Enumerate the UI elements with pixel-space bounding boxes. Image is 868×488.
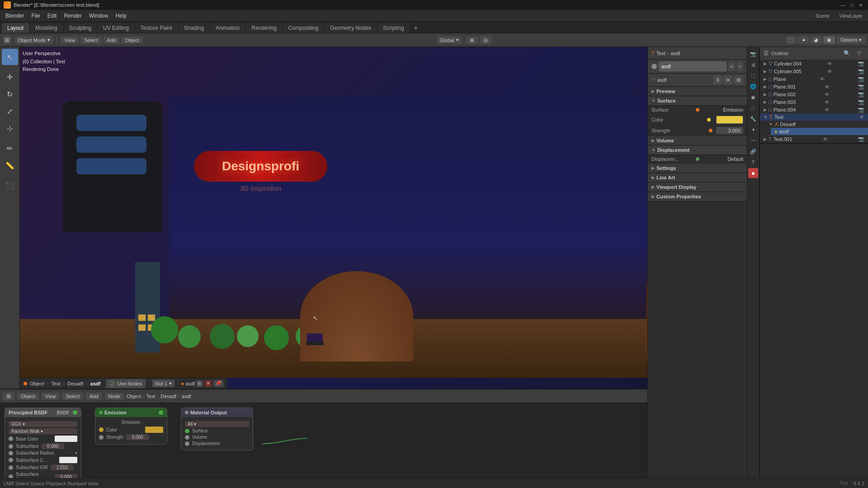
shading-render-btn[interactable]: ◉ [823,36,835,44]
tab-modeling[interactable]: Modeling [30,23,63,33]
menu-blender[interactable]: Blender [2,12,28,20]
select-tool-btn[interactable]: ↖ [2,49,18,65]
outliner-plane-002[interactable]: ▶ □ Plane.002 👁 📷 [760,90,868,98]
annotate-tool-btn[interactable]: ✏ [2,140,18,156]
displacement-section-header[interactable]: ▼ Displacement [648,145,747,155]
props-tab-physics[interactable]: 〰 [748,136,758,145]
props-tab-view[interactable]: ⬚ [748,70,758,80]
object-mode-dropdown[interactable]: Object Mode ▾ [15,36,53,44]
outliner-text-001[interactable]: ▶ T Text.001 👁 📷 [760,135,868,143]
delete-material-btn[interactable]: ✕ [204,380,212,387]
maximize-button[interactable]: □ [848,1,855,9]
surface-section-header[interactable]: ▼ Surface [648,96,747,106]
volume-section-header[interactable]: ▶ Volume [648,136,747,145]
settings-material-btn[interactable]: ⚙ [734,75,743,84]
props-tab-world[interactable]: ◉ [748,92,758,102]
visibility-icon[interactable]: 👁 [825,99,830,105]
view-menu-btn[interactable]: View [61,37,79,44]
ggx-dropdown[interactable]: GGX ▾ [9,421,77,427]
new-material-btn[interactable]: + [728,62,735,71]
transform-tool-btn[interactable]: ⊹ [2,120,18,136]
props-tab-scene[interactable]: 🌐 [748,81,758,91]
close-button[interactable]: ✕ [857,1,864,9]
ss-color-swatch[interactable] [59,457,77,463]
slot-dropdown[interactable]: Slot 1 ▾ [152,380,175,387]
props-tab-particles[interactable]: ✦ [748,125,758,135]
transform-orientation-dropdown[interactable]: Global ▾ [437,36,462,44]
remove-material-btn[interactable]: − [737,62,744,71]
props-tab-modifiers[interactable]: 🔧 [748,114,758,124]
outliner-search-btn[interactable]: 🔍 [841,48,852,59]
node-select-btn[interactable]: Select [62,393,83,400]
custom-properties-section-header[interactable]: ▶ Custom Properties [648,192,747,202]
delete-slot-btn[interactable]: ✕ [723,75,732,84]
camera-icon[interactable]: 📷 [858,91,864,97]
emission-strength-value[interactable]: 3.000 [126,434,149,440]
move-tool-btn[interactable]: ✛ [2,69,18,85]
output-all-dropdown[interactable]: All ▾ [185,421,249,427]
camera-icon[interactable]: 📷 [858,99,864,105]
visibility-icon[interactable]: 👁 [825,92,830,97]
props-tab-constraints[interactable]: 🔗 [748,146,758,156]
props-tab-data[interactable]: T [748,157,758,167]
outliner-plane-001[interactable]: ▶ □ Plane.001 👁 📷 [760,83,868,90]
tab-compositing[interactable]: Compositing [283,23,324,33]
outliner-plane-004[interactable]: ▶ □ Plane.004 👁 📷 [760,106,868,113]
select-menu-btn[interactable]: Select [80,37,102,44]
props-tab-object[interactable]: □ [748,103,758,113]
scale-tool-btn[interactable]: ⤢ [2,103,18,119]
line-art-section-header[interactable]: ▶ Line Art [648,173,747,183]
color-swatch[interactable] [716,116,743,124]
use-nodes-checkbox[interactable]: ☑ Use Nodes [106,379,145,388]
snap-btn[interactable]: ⊕ [466,36,478,44]
outliner-text[interactable]: ▼ T Text 👁 [760,113,868,121]
camera-icon[interactable]: 📷 [858,68,864,74]
object-menu-btn[interactable]: Object [121,37,143,44]
props-tab-render[interactable]: 📷 [748,49,758,59]
emission-color-swatch[interactable] [145,427,163,433]
visibility-icon[interactable]: 👁 [825,84,830,89]
ss-ior-value[interactable]: 1.010 [51,465,73,470]
menu-file[interactable]: File [28,12,43,20]
desadf-expand-arrow[interactable]: ▼ [769,122,773,127]
add-menu-btn[interactable]: Add [104,37,120,44]
node-add-btn[interactable]: Add [86,393,102,400]
copy-material-btn[interactable]: ⎘ [713,75,722,84]
camera-icon[interactable]: 📷 [858,76,864,82]
material-name-input[interactable] [659,61,726,71]
tab-animation[interactable]: Animation [210,23,245,33]
shading-wire-btn[interactable]: ⬚ [785,36,797,44]
camera-icon[interactable]: 📷 [858,136,864,142]
shading-solid-btn[interactable]: ● [798,36,809,44]
camera-icon[interactable]: 📷 [858,107,864,113]
add-cube-btn[interactable]: ⬛ [2,177,18,193]
viewport-display-section-header[interactable]: ▶ Viewport Display [648,183,747,192]
proportional-btn[interactable]: ◎ [480,36,491,44]
minimize-button[interactable]: — [839,1,846,9]
tab-sculpting[interactable]: Sculpting [64,23,97,33]
menu-render[interactable]: Render [60,12,85,20]
subsurface-value[interactable]: 0.000 [42,443,64,449]
node-editor-type-btn[interactable]: ⊞ [3,392,14,400]
visibility-icon[interactable]: 👁 [827,69,832,74]
camera-icon[interactable]: 📷 [858,84,864,89]
visibility-icon[interactable]: 👁 [827,61,832,66]
visibility-icon[interactable]: 👁 [859,114,864,120]
outliner-plane[interactable]: ▶ □ Plane 👁 📷 [760,75,868,83]
measure-tool-btn[interactable]: 📏 [2,157,18,174]
node-view-btn[interactable]: View [42,393,60,400]
menu-window[interactable]: Window [85,12,112,20]
menu-edit[interactable]: Edit [44,12,61,20]
shading-material-btn[interactable]: ◕ [810,36,822,44]
bsdf-output-socket[interactable] [73,410,77,415]
tab-scripting[interactable]: Scripting [377,23,410,33]
tab-shading[interactable]: Shading [179,23,209,33]
outliner-desadf[interactable]: ▼ A Desadf [765,121,868,128]
options-btn[interactable]: Options ▾ [837,36,865,44]
editor-type-btn[interactable]: ⊞ [3,36,11,44]
pin-material-btn[interactable]: 📌 [213,380,223,387]
outliner-filter-btn[interactable]: ▽ [854,48,864,59]
tab-rendering[interactable]: Rendering [246,23,282,33]
tab-texture-paint[interactable]: Texture Paint [135,23,178,33]
menu-help[interactable]: Help [112,12,130,20]
